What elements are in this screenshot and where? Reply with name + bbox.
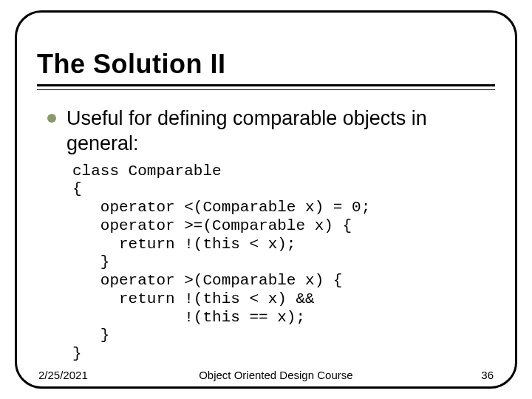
title-rule-thick (37, 84, 495, 86)
footer-date: 2/25/2021 (38, 369, 88, 381)
slide-body: Useful for defining comparable objects i… (47, 106, 494, 364)
bullet-text: Useful for defining comparable objects i… (66, 106, 494, 157)
slide-footer: 2/25/2021 Object Oriented Design Course … (0, 369, 532, 381)
title-block: The Solution II (37, 49, 495, 90)
footer-page-number: 36 (464, 369, 494, 381)
footer-course: Object Oriented Design Course (88, 369, 464, 381)
title-rule-thin (37, 89, 495, 90)
bullet-icon (47, 114, 56, 123)
slide: The Solution II Useful for defining comp… (0, 0, 532, 399)
slide-title: The Solution II (37, 49, 495, 80)
bullet-item: Useful for defining comparable objects i… (47, 106, 494, 157)
code-block: class Comparable { operator <(Comparable… (72, 163, 494, 364)
